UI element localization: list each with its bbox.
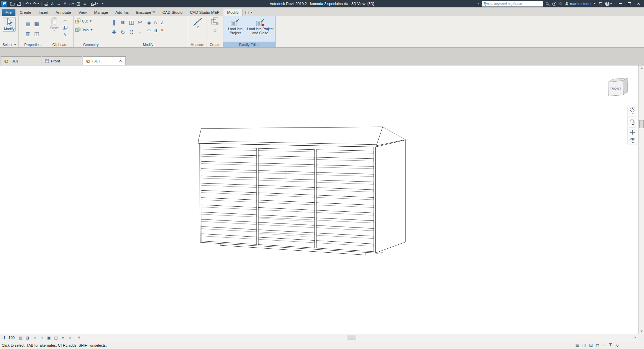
close-view-tab-icon[interactable]: ✕	[118, 59, 123, 63]
subscription-icon[interactable]	[552, 2, 556, 6]
reveal-hidden-elements-icon[interactable]: ○	[67, 335, 73, 340]
trim-corner-icon[interactable]: ◨	[153, 27, 159, 33]
properties-icon[interactable]: ▤	[24, 19, 32, 28]
default-3d-view-icon[interactable]: ⌂	[68, 1, 75, 7]
temporary-hide-isolate-icon[interactable]: ≍	[60, 335, 66, 340]
scroll-left-icon[interactable]	[76, 335, 82, 340]
design-options-icon[interactable]: ◫	[582, 343, 586, 348]
measure-button[interactable]	[193, 17, 203, 28]
sun-path-icon[interactable]: ☼	[32, 335, 38, 340]
tab-cad-studio[interactable]: CAD Studio	[159, 9, 186, 16]
tab-create[interactable]: Create	[16, 9, 35, 16]
main-model-icon[interactable]: ▤	[589, 343, 593, 348]
orbit-icon[interactable]	[630, 137, 635, 143]
properties-tool-icon[interactable]: ▥	[24, 30, 32, 38]
switch-windows-icon[interactable]	[91, 1, 99, 7]
crop-view-icon[interactable]: ▣	[46, 335, 52, 340]
align-icon[interactable]: ∥	[110, 18, 118, 26]
rotate-icon[interactable]: ↻	[119, 28, 127, 36]
move-icon[interactable]: ✚	[110, 28, 118, 36]
horizontal-scrollbar[interactable]	[76, 335, 638, 341]
section-icon[interactable]: ◫	[75, 1, 81, 7]
filter-icon[interactable]	[608, 343, 612, 348]
select-panel-label[interactable]: Select	[0, 42, 18, 47]
tab-modify[interactable]: Modify	[223, 9, 243, 16]
tab-enscape[interactable]: Enscape™	[132, 9, 159, 16]
tab-cad-studio-mep[interactable]: CAD Studio MEP	[186, 9, 223, 16]
ribbon-display-toggle[interactable]	[245, 11, 253, 16]
copy-to-clipboard-icon[interactable]	[62, 25, 68, 31]
join-geometry-button[interactable]: Join	[75, 26, 93, 34]
scroll-up-icon[interactable]	[639, 65, 644, 71]
view-tab-front[interactable]: Front	[42, 56, 82, 65]
modify-button[interactable]: Modify	[3, 17, 16, 32]
load-into-project-button[interactable]: Load into Project	[225, 17, 246, 35]
vertical-scroll-thumb[interactable]	[639, 120, 644, 128]
viewcube-right-face[interactable]	[623, 78, 628, 95]
tab-add-ins[interactable]: Add-Ins	[112, 9, 132, 16]
properties-tool-icon[interactable]: ◫	[33, 30, 41, 38]
revit-logo[interactable]: R	[1, 1, 7, 7]
viewcube[interactable]: FRONT	[605, 76, 629, 100]
pin-icon[interactable]: ◉	[146, 20, 152, 26]
pan-icon[interactable]	[630, 130, 635, 135]
offset-icon[interactable]: ≋	[119, 18, 127, 26]
open-icon[interactable]	[9, 1, 15, 7]
view-scale-button[interactable]: 1 : 100	[3, 336, 15, 340]
customize-qat-icon[interactable]	[99, 1, 105, 7]
search-icon[interactable]	[545, 2, 550, 6]
family-types-icon[interactable]: ▦	[33, 19, 41, 28]
text-icon[interactable]: A	[62, 1, 68, 7]
view-tab-3d-active[interactable]: {3D} ✕	[83, 56, 126, 65]
print-icon[interactable]	[43, 1, 49, 7]
scale-icon[interactable]: ∠	[159, 20, 165, 26]
search-input[interactable]	[482, 1, 543, 7]
tab-annotate[interactable]: Annotate	[52, 9, 75, 16]
load-into-project-and-close-button[interactable]: Load into Project and Close	[247, 17, 274, 35]
undo-button[interactable]: ↶	[25, 1, 32, 7]
match-type-icon[interactable]: ✎	[62, 32, 68, 38]
horizontal-scroll-thumb[interactable]	[347, 336, 356, 340]
thin-lines-icon[interactable]: ≡	[82, 1, 88, 7]
tab-view[interactable]: View	[75, 9, 91, 16]
cut-geometry-button[interactable]: Cut	[75, 17, 92, 25]
infocenter-collapse-icon[interactable]	[478, 2, 479, 5]
press-drag-icon[interactable]: ▱	[602, 343, 605, 348]
help-icon[interactable]: ?	[605, 2, 612, 6]
vertical-scrollbar[interactable]	[638, 65, 644, 334]
measure-icon[interactable]: ∠	[49, 1, 55, 7]
create-group-button[interactable]	[211, 17, 219, 26]
scroll-right-icon[interactable]	[633, 335, 638, 340]
favorites-icon[interactable]: ☆	[559, 1, 562, 6]
split-element-icon[interactable]: ✂	[136, 18, 144, 26]
signin-user[interactable]: martin.stoder	[565, 2, 596, 6]
tab-insert[interactable]: Insert	[35, 9, 52, 16]
detail-level-icon[interactable]: ▤	[18, 335, 24, 340]
paste-button[interactable]: Paste	[48, 17, 61, 31]
exclude-options-icon[interactable]: ◻	[596, 343, 599, 348]
zoom-icon[interactable]	[630, 118, 635, 126]
save-icon[interactable]	[16, 1, 22, 7]
tab-file[interactable]: File	[2, 9, 15, 16]
drawing-canvas[interactable]	[0, 65, 644, 334]
navigation-wheel-icon[interactable]	[630, 106, 636, 114]
cut-to-clipboard-icon[interactable]: ✂	[62, 18, 68, 24]
shadows-icon[interactable]: ◑	[39, 335, 45, 340]
split-with-gap-icon[interactable]: ▭	[146, 27, 152, 33]
scroll-down-icon[interactable]	[639, 329, 644, 334]
show-crop-region-icon[interactable]: ◫	[53, 335, 59, 340]
delete-icon[interactable]: ✕	[159, 27, 165, 33]
drawing-area[interactable]: FRONT	[0, 65, 644, 334]
array-icon[interactable]: ⠿	[127, 28, 136, 36]
visual-style-icon[interactable]: ◨	[25, 335, 31, 340]
worksets-icon[interactable]: ▦	[576, 343, 579, 348]
redo-button[interactable]: ↷	[33, 1, 40, 7]
tab-manage[interactable]: Manage	[91, 9, 112, 16]
mirror-icon[interactable]: ◫	[127, 18, 136, 26]
trim-extend-icon[interactable]: ⌐	[136, 28, 144, 36]
app-store-cart-icon[interactable]	[598, 2, 603, 6]
maximize-button[interactable]	[625, 0, 634, 7]
view-tab-3d-1[interactable]: {3D}	[1, 56, 41, 65]
minimize-button[interactable]	[616, 0, 625, 7]
unpin-icon[interactable]: ⊙	[153, 20, 159, 26]
